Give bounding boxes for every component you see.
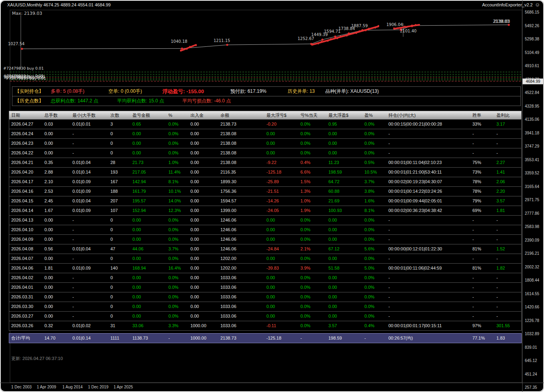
trade-clusters: [21, 24, 510, 51]
terminal-window: XAUUSD,Monthly 4674.25 4889.24 4554.01 4…: [0, 0, 544, 392]
cell: 2026.04.09: [9, 235, 42, 244]
cell: 0.00: [130, 302, 166, 311]
column-header: 盈亏金额: [130, 111, 166, 119]
cell: 1.0%: [166, 158, 188, 167]
cell: 51.58: [326, 264, 362, 273]
cell: 0.0%: [362, 120, 386, 129]
cell: 1202.00: [218, 254, 264, 263]
total-cell: -: [362, 334, 386, 343]
cell: 0.00: [188, 139, 218, 148]
cell: 301.55: [494, 321, 521, 330]
cell: 0: [108, 302, 130, 311]
cell: 33.06: [130, 321, 166, 330]
cell: 1246.06: [218, 225, 264, 234]
cell: 2138.08: [218, 129, 264, 138]
cell: 1.41: [494, 168, 521, 177]
order-lines: [10, 72, 522, 81]
cell: 3.3%: [166, 321, 188, 330]
cell: -: [494, 148, 521, 158]
cell: 0.0%: [166, 139, 188, 148]
cell: 0.00: [264, 129, 298, 138]
price-axis[interactable]: 5686.155492.265298.385104.494910.614716.…: [523, 0, 544, 392]
table-row: 2026.04.061.810.01|0.09140168.9416.4%0.0…: [9, 263, 522, 273]
svg-text:1027.54: 1027.54: [8, 42, 24, 46]
price-axis-label: 4328.95: [525, 104, 539, 108]
column-header: 最大浮亏$: [264, 111, 298, 119]
floating-pl: 浮动盈亏: -155.00: [162, 87, 204, 96]
cell: 152.94: [130, 206, 166, 215]
cell: -: [494, 235, 521, 244]
table-row: 2026.04.070.00-00.000.0%0.001202.000.000…: [9, 254, 522, 264]
cell: 3.7%: [362, 177, 386, 186]
cell: 2026.04.01: [9, 283, 42, 292]
svg-text:#72479830 buy 0.01: #72479830 buy 0.01: [3, 66, 44, 70]
cell: 0.00: [188, 292, 218, 302]
cell: 1899.30: [218, 177, 264, 186]
svg-text:1887.59: 1887.59: [351, 24, 368, 28]
cell: 0.00: [188, 177, 218, 186]
cell: 00:00:01|01:21:00|53:40:11: [386, 168, 470, 177]
account-info-panel: 【实时持仓】多单: 5 (0.08手)空单: 0 (0.00手)浮动盈亏: -1…: [12, 86, 521, 106]
price-axis-label: 2002.32: [525, 265, 539, 269]
table-row: 2026.03.310.00-00.000.0%0.001033.060.000…: [9, 292, 522, 302]
cell: 8.1%: [166, 177, 188, 186]
table-row: 2026.04.240.00-00.000.0%0.002138.080.000…: [9, 129, 522, 139]
margin-level: 预付款: 617.19%: [230, 87, 266, 96]
total-cell: 1000.00: [188, 334, 218, 343]
cell: 0.0%: [298, 292, 326, 302]
cell: 0.00: [326, 312, 362, 321]
price-axis-label: 3553.41: [525, 158, 539, 162]
cell: -9.22: [264, 158, 298, 167]
avg-profit-points: 平均获利点数: 15.0 点: [117, 96, 164, 106]
cell: 00:00:01|00:01:17|00:15:11: [386, 321, 470, 330]
cell: 0.00: [264, 216, 298, 225]
ea-name-label: AccountInfoExporter_v2.2: [482, 2, 533, 7]
cell: 0.0%: [166, 129, 188, 138]
total-cell: -125.18: [264, 334, 298, 343]
price-axis-label: 3747.29: [525, 144, 539, 148]
current-price-tag: 4684.99: [522, 78, 544, 84]
total-cell: -: [166, 334, 188, 343]
cell: 2026.04.16: [9, 187, 42, 196]
cell: 140: [108, 264, 130, 273]
cell: 0.00: [188, 196, 218, 206]
cell: 0: [108, 283, 130, 292]
time-axis[interactable]: 1 Dec 20031 Apr 20091 Aug 20141 Dec 2019…: [0, 383, 522, 392]
table-total-row: 合计/平均14.700.01|0.1411111138.73-1000.0021…: [9, 333, 522, 343]
table-row: 2026.04.210.350.01|0.042821.731.0%0.0021…: [9, 158, 522, 168]
cell: -: [70, 225, 108, 234]
cell: 00:00:02|00:19:23|04:30:07: [386, 177, 470, 186]
cell: -: [494, 302, 521, 311]
cell: 0.01|0.01: [70, 120, 108, 129]
cell: 0: [108, 216, 130, 225]
total-cell: 14.70: [42, 334, 70, 343]
cell: 2026.03.26: [9, 321, 42, 330]
cell: -: [70, 254, 108, 263]
cell: 0.00: [42, 312, 70, 321]
cell: 2026.04.22: [9, 148, 42, 158]
cell: -: [470, 139, 494, 148]
cell: 107: [108, 206, 130, 215]
cell: 0.65: [130, 120, 166, 129]
point-labels: 1027.541040.181211.151252.671449.391594.…: [8, 19, 510, 46]
cell: 0.00: [130, 216, 166, 225]
cell: 0.0%: [362, 139, 386, 148]
cell: 44.06: [130, 244, 166, 254]
cell: 78%: [470, 187, 494, 196]
total-cell: 1111: [108, 334, 130, 343]
column-header: 总手数: [42, 111, 70, 119]
cell: -: [386, 302, 470, 311]
svg-text:1252.67: 1252.67: [298, 36, 314, 41]
table-row: 2026.04.202.880.01|0.14193217.0511.4%0.0…: [9, 167, 522, 177]
cell: -: [470, 225, 494, 234]
cell: 0.0%: [362, 312, 386, 321]
cell: -: [386, 216, 470, 225]
ea-title: AccountInfoExporter_v2.2 ☺: [482, 2, 540, 8]
cell: -: [494, 292, 521, 302]
table-row: 2026.04.141.670.01|0.09107152.9412.3%0.0…: [9, 206, 522, 216]
cell: 0.00: [264, 302, 298, 311]
table-body: 2026.04.270.030.01|0.0130.650.0%0.002138…: [9, 119, 522, 331]
cell: 2138.73: [218, 120, 264, 129]
cell: 1202.00: [218, 264, 264, 273]
cell: 00:00:02|00:36:23|04:38:42: [386, 206, 470, 215]
